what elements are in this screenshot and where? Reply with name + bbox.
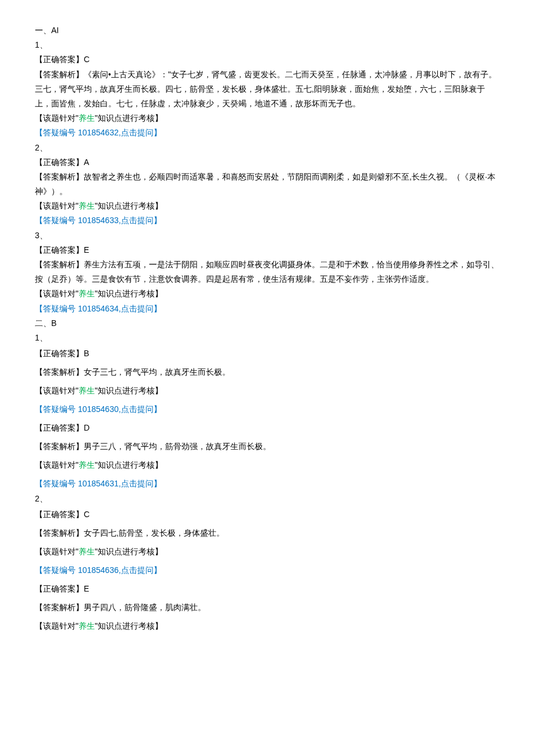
link-pre: 【答疑编号	[35, 404, 78, 414]
link-id: 101854632	[78, 128, 119, 137]
note-pre: 【该题针对"	[35, 113, 79, 123]
link-post: ,点击提问】	[119, 479, 162, 488]
section-b-body: 【正确答案】B 【答案解析】女子三七，肾气平均，故真牙生而长极。 【该题针对"养…	[35, 345, 500, 492]
explanation-text: 女子三七，肾气平均，故真牙生而长极。	[84, 367, 230, 377]
section-b-header: 二、B	[35, 316, 500, 331]
note-keyword: 养生	[79, 460, 95, 470]
b-q1-p2-explanation: 【答案解析】男子三八，肾气平均，筋骨劲强，故真牙生而长极。	[35, 438, 500, 454]
note-keyword: 养生	[79, 201, 95, 210]
link-post: ,点击提问】	[119, 216, 162, 225]
explanation-text: 男子三八，肾气平均，筋骨劲强，故真牙生而长极。	[84, 442, 271, 451]
b-q2-p2-answer: 【正确答案】E	[35, 581, 500, 597]
b-q2-p2-note: 【该题针对"养生"知识点进行考核】	[35, 618, 500, 634]
link-post: ,点击提问】	[119, 565, 162, 575]
answer-value: C	[84, 510, 90, 519]
q3-explanation: 【答案解析】养生方法有五项，一是法于阴阳，如顺应四时昼夜变化调摄身体。二是和于术…	[35, 257, 500, 286]
q3-note: 【该题针对"养生"知识点进行考核】	[35, 286, 500, 301]
link-id: 101854633	[78, 216, 119, 225]
q1-link[interactable]: 【答疑编号 101854632,点击提问】	[35, 126, 500, 140]
note-keyword: 养生	[79, 289, 95, 298]
note-pre: 【该题针对"	[35, 621, 79, 630]
explanation-label: 【答案解析】	[35, 528, 84, 538]
note-keyword: 养生	[79, 621, 95, 630]
answer-label: 【正确答案】	[35, 55, 84, 64]
link-pre: 【答疑编号	[35, 565, 78, 575]
note-post: "知识点进行考核】	[95, 460, 163, 470]
note-keyword: 养生	[79, 113, 95, 123]
link-id: 101854634	[78, 304, 119, 313]
answer-label: 【正确答案】	[35, 423, 84, 432]
q2-explanation: 【答案解析】故智者之养生也，必顺四时而适寒暑，和喜怒而安居处，节阴阳而调刚柔，如…	[35, 170, 500, 199]
answer-label: 【正确答案】	[35, 584, 84, 593]
explanation-text: 故智者之养生也，必顺四时而适寒暑，和喜怒而安居处，节阴阳而调刚柔，如是则僻邪不至…	[35, 172, 495, 196]
note-keyword: 养生	[79, 547, 95, 556]
b-q1-number: 1、	[35, 331, 500, 345]
q1-answer: 【正确答案】C	[35, 52, 500, 67]
q2-note: 【该题针对"养生"知识点进行考核】	[35, 199, 500, 213]
answer-label: 【正确答案】	[35, 349, 84, 358]
q3-link[interactable]: 【答疑编号 101854634,点击提问】	[35, 302, 500, 316]
answer-label: 【正确答案】	[35, 245, 84, 255]
b-q1-p2-link[interactable]: 【答疑编号 101854631,点击提问】	[35, 475, 500, 492]
b-q1-p1-answer: 【正确答案】B	[35, 345, 500, 361]
explanation-label: 【答案解析】	[35, 603, 84, 612]
link-post: ,点击提问】	[119, 304, 162, 313]
note-pre: 【该题针对"	[35, 460, 79, 470]
q2-number: 2、	[35, 141, 500, 155]
note-pre: 【该题针对"	[35, 201, 79, 210]
link-post: ,点击提问】	[119, 128, 162, 137]
note-keyword: 养生	[79, 386, 95, 395]
q1-explanation: 【答案解析】《素问•上古天真论》："女子七岁，肾气盛，齿更发长。二七而天癸至，任…	[35, 67, 500, 112]
explanation-text: 女子四七,筋骨坚，发长极，身体盛壮。	[84, 528, 224, 538]
note-pre: 【该题针对"	[35, 386, 79, 395]
b-q1-p2-note: 【该题针对"养生"知识点进行考核】	[35, 457, 500, 473]
explanation-label: 【答案解析】	[35, 367, 84, 377]
link-id: 101854630	[78, 404, 119, 414]
explanation-label: 【答案解析】	[35, 70, 84, 79]
note-pre: 【该题针对"	[35, 547, 79, 556]
q1-note: 【该题针对"养生"知识点进行考核】	[35, 111, 500, 126]
q2-link[interactable]: 【答疑编号 101854633,点击提问】	[35, 213, 500, 228]
explanation-label: 【答案解析】	[35, 442, 84, 451]
b-q2-p1-note: 【该题针对"养生"知识点进行考核】	[35, 543, 500, 560]
link-id: 101854636	[78, 565, 119, 575]
explanation-text: 养生方法有五项，一是法于阴阳，如顺应四时昼夜变化调摄身体。二是和于术数，恰当使用…	[35, 260, 499, 284]
link-post: ,点击提问】	[119, 404, 162, 414]
answer-label: 【正确答案】	[35, 157, 84, 167]
link-pre: 【答疑编号	[35, 479, 78, 488]
b-q2-p1-link[interactable]: 【答疑编号 101854636,点击提问】	[35, 562, 500, 578]
explanation-text: 男子四八，筋骨隆盛，肌肉满壮。	[84, 603, 206, 612]
link-pre: 【答疑编号	[35, 128, 78, 137]
explanation-label: 【答案解析】	[35, 260, 84, 269]
b-q2-p2-explanation: 【答案解析】男子四八，筋骨隆盛，肌肉满壮。	[35, 599, 500, 615]
section-b-body-2: 【正确答案】C 【答案解析】女子四七,筋骨坚，发长极，身体盛壮。 【该题针对"养…	[35, 506, 500, 634]
b-q2-p1-explanation: 【答案解析】女子四七,筋骨坚，发长极，身体盛壮。	[35, 525, 500, 541]
note-post: "知识点进行考核】	[95, 201, 163, 210]
answer-value: B	[84, 349, 89, 358]
q3-number: 3、	[35, 228, 500, 243]
answer-value: D	[84, 423, 90, 432]
note-pre: 【该题针对"	[35, 289, 79, 298]
link-pre: 【答疑编号	[35, 304, 78, 313]
note-post: "知识点进行考核】	[95, 621, 163, 630]
link-pre: 【答疑编号	[35, 216, 78, 225]
note-post: "知识点进行考核】	[95, 386, 163, 395]
document-body: 一、AI 1、 【正确答案】C 【答案解析】《素问•上古天真论》："女子七岁，肾…	[35, 23, 500, 634]
q1-number: 1、	[35, 38, 500, 52]
section-a-header: 一、AI	[35, 23, 500, 38]
answer-value: C	[84, 55, 90, 64]
answer-value: E	[84, 245, 89, 255]
q3-answer: 【正确答案】E	[35, 243, 500, 257]
b-q1-p1-link[interactable]: 【答疑编号 101854630,点击提问】	[35, 401, 500, 417]
answer-value: E	[84, 584, 89, 593]
answer-value: A	[84, 157, 89, 167]
note-post: "知识点进行考核】	[95, 113, 163, 123]
b-q1-p2-answer: 【正确答案】D	[35, 420, 500, 436]
note-post: "知识点进行考核】	[95, 289, 163, 298]
note-post: "知识点进行考核】	[95, 547, 163, 556]
link-id: 101854631	[78, 479, 119, 488]
explanation-text: 《素问•上古天真论》："女子七岁，肾气盛，齿更发长。二七而天癸至，任脉通，太冲脉…	[35, 70, 497, 108]
b-q2-number: 2、	[35, 492, 500, 506]
q2-answer: 【正确答案】A	[35, 155, 500, 170]
b-q1-p1-note: 【该题针对"养生"知识点进行考核】	[35, 382, 500, 399]
